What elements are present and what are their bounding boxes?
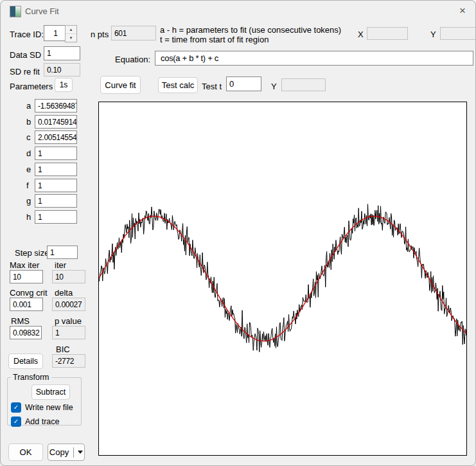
write-new-file-checkbox[interactable] — [11, 402, 21, 413]
p-value-label: p value — [55, 316, 82, 326]
rms-label: RMS — [11, 316, 30, 326]
copy-button-label[interactable]: Copy — [49, 447, 69, 457]
copy-dropdown-icon[interactable] — [78, 451, 83, 454]
copy-split-divider — [73, 447, 74, 458]
close-icon[interactable]: × — [451, 2, 474, 20]
add-trace-label: Add trace — [25, 417, 60, 426]
equation-field[interactable]: cos(a + b * t) + c — [155, 51, 473, 66]
trace-id-stepper[interactable]: ▲ ▼ — [65, 25, 77, 42]
delta-label: delta — [55, 288, 73, 298]
spin-down-icon[interactable]: ▼ — [66, 34, 76, 42]
param-h-label: h — [26, 212, 31, 222]
test-t-label: Test t — [202, 82, 222, 91]
write-new-file-option[interactable]: Write new file — [11, 402, 78, 413]
test-y-field — [281, 78, 326, 91]
max-iter-label: Max iter — [10, 260, 39, 270]
iter-field: 10 — [52, 270, 85, 283]
param-h-field[interactable]: 1 — [35, 210, 77, 224]
step-size-field[interactable]: 1 — [47, 246, 78, 259]
param-a-field[interactable]: -1.5636948763 — [35, 99, 77, 112]
param-e-label: e — [26, 165, 31, 174]
cursor-y-field — [440, 27, 476, 40]
param-g-label: g — [26, 196, 31, 206]
step-size-label: Step size — [15, 248, 49, 258]
window-title: Curve Fit — [25, 6, 59, 16]
bic-label: BIC — [56, 345, 70, 354]
data-sd-field[interactable]: 1 — [44, 46, 80, 60]
sd-refit-label: SD re fit — [10, 67, 40, 76]
curve-fit-button[interactable]: Curve fit — [100, 76, 141, 94]
details-button[interactable]: Details — [8, 354, 43, 369]
param-c-field[interactable]: 2.0051455488 — [35, 130, 77, 144]
set-ones-button[interactable]: 1s — [55, 78, 73, 92]
npts-field: 601 — [111, 26, 156, 40]
test-y-label: Y — [271, 82, 277, 91]
transform-legend: Transform — [11, 373, 51, 382]
test-t-field[interactable]: 0 — [226, 76, 261, 91]
subtract-button[interactable]: Subtract — [31, 384, 70, 400]
param-d-label: d — [26, 148, 31, 158]
param-d-field[interactable]: 1 — [35, 147, 77, 160]
transform-group: Transform Subtract Write new file Add tr… — [7, 373, 82, 426]
param-f-label: f — [26, 181, 29, 190]
curve-fit-dialog: Curve Fit × Trace ID: 1 ▲ ▼ n pts 601 a … — [0, 0, 476, 466]
max-iter-field[interactable]: 10 — [10, 270, 43, 283]
param-c-label: c — [26, 132, 31, 142]
add-trace-option[interactable]: Add trace — [11, 417, 78, 427]
cursor-x-label: X — [358, 30, 364, 39]
plot-area — [98, 102, 467, 456]
cursor-x-field — [367, 27, 408, 40]
ok-button[interactable]: OK — [8, 444, 43, 461]
app-icon — [10, 6, 21, 17]
rms-field[interactable]: 0.09832 — [10, 326, 42, 339]
iter-label: iter — [55, 260, 66, 270]
trace-id-field[interactable]: 1 — [44, 25, 67, 41]
npts-label: n pts — [91, 30, 109, 39]
title-bar: Curve Fit × — [1, 1, 475, 21]
write-new-file-label: Write new file — [25, 403, 73, 412]
help-line-2: t = time from start of fit region — [160, 35, 269, 44]
delta-field: 0.00027 — [52, 298, 85, 311]
sd-refit-field: 0.10 — [44, 63, 80, 76]
spin-up-icon[interactable]: ▲ — [66, 26, 76, 34]
copy-split-button[interactable]: Copy — [48, 444, 85, 461]
p-value-field: 1 — [52, 326, 85, 339]
param-e-field[interactable]: 1 — [35, 163, 77, 176]
convg-crit-label: Convg crit — [10, 288, 48, 298]
trace-id-label: Trace ID: — [10, 30, 44, 39]
param-a-label: a — [26, 101, 31, 111]
add-trace-checkbox[interactable] — [11, 417, 21, 427]
convg-crit-field[interactable]: 0.001 — [10, 298, 43, 311]
param-b-label: b — [26, 117, 31, 127]
equation-label: Equation: — [100, 55, 150, 64]
param-g-field[interactable]: 1 — [35, 194, 77, 208]
param-b-field[interactable]: 0.0174591448 — [35, 115, 77, 129]
param-f-field[interactable]: 1 — [35, 179, 77, 192]
bic-field: -2772 — [52, 354, 85, 368]
parameters-label: Parameters — [10, 82, 53, 91]
help-line-1: a - h = parameters to fit (use consecuti… — [160, 25, 341, 35]
cursor-y-label: Y — [430, 30, 436, 39]
data-sd-label: Data SD — [10, 50, 41, 60]
test-calc-button[interactable]: Test calc — [158, 77, 198, 93]
curve-plot — [99, 102, 466, 455]
